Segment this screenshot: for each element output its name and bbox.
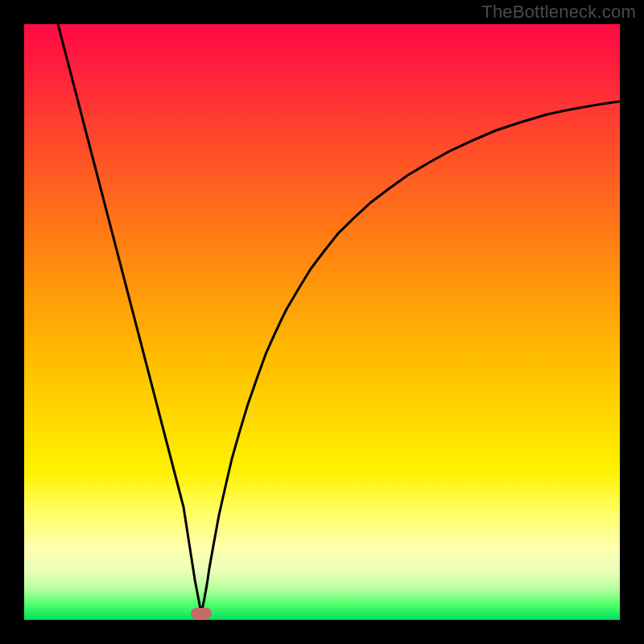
minimum-marker xyxy=(191,608,212,619)
chart-frame: TheBottleneck.com xyxy=(0,0,644,644)
watermark-text: TheBottleneck.com xyxy=(481,2,636,23)
curve-left-branch xyxy=(58,24,201,613)
plot-area xyxy=(24,24,620,620)
curve-right-branch xyxy=(201,101,620,613)
bottleneck-curve xyxy=(24,24,620,620)
